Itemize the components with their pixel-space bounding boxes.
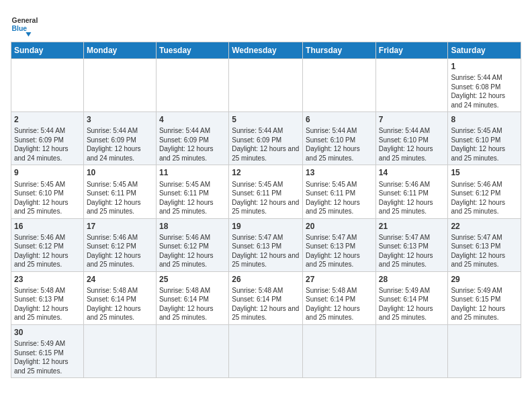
day-info: Sunrise: 5:49 AM Sunset: 6:15 PM Dayligh…: [451, 286, 518, 322]
calendar-week-row: 1Sunrise: 5:44 AM Sunset: 6:08 PM Daylig…: [11, 59, 521, 112]
day-number: 22: [451, 221, 518, 232]
day-number: 1: [451, 61, 518, 72]
day-info: Sunrise: 5:44 AM Sunset: 6:09 PM Dayligh…: [14, 126, 81, 163]
calendar-cell: 10Sunrise: 5:45 AM Sunset: 6:11 PM Dayli…: [83, 165, 156, 218]
day-info: Sunrise: 5:45 AM Sunset: 6:10 PM Dayligh…: [14, 180, 81, 216]
calendar-cell: [375, 324, 448, 377]
calendar-cell: [375, 59, 448, 112]
calendar-cell: 24Sunrise: 5:48 AM Sunset: 6:14 PM Dayli…: [83, 271, 156, 324]
day-number: 30: [14, 327, 81, 338]
day-number: 5: [232, 114, 300, 125]
calendar-week-row: 16Sunrise: 5:46 AM Sunset: 6:12 PM Dayli…: [11, 218, 521, 271]
day-number: 2: [14, 114, 81, 125]
day-info: Sunrise: 5:44 AM Sunset: 6:09 PM Dayligh…: [232, 126, 300, 163]
calendar-cell: 11Sunrise: 5:45 AM Sunset: 6:11 PM Dayli…: [156, 165, 228, 218]
calendar-cell: 16Sunrise: 5:46 AM Sunset: 6:12 PM Dayli…: [11, 218, 84, 271]
day-number: 19: [232, 221, 300, 232]
day-info: Sunrise: 5:48 AM Sunset: 6:14 PM Dayligh…: [87, 286, 153, 322]
calendar-cell: 26Sunrise: 5:48 AM Sunset: 6:14 PM Dayli…: [229, 271, 303, 324]
calendar-cell: [303, 324, 376, 377]
day-info: Sunrise: 5:48 AM Sunset: 6:14 PM Dayligh…: [159, 286, 226, 322]
day-number: 21: [379, 221, 445, 232]
calendar-cell: [83, 59, 156, 112]
day-number: 7: [379, 114, 445, 125]
day-info: Sunrise: 5:46 AM Sunset: 6:12 PM Dayligh…: [159, 233, 226, 269]
calendar-cell: 30Sunrise: 5:49 AM Sunset: 6:15 PM Dayli…: [11, 324, 84, 377]
calendar-cell: 21Sunrise: 5:47 AM Sunset: 6:13 PM Dayli…: [375, 218, 448, 271]
calendar-cell: [229, 59, 303, 112]
calendar-cell: 13Sunrise: 5:45 AM Sunset: 6:11 PM Dayli…: [303, 165, 376, 218]
calendar-week-row: 2Sunrise: 5:44 AM Sunset: 6:09 PM Daylig…: [11, 112, 521, 165]
day-number: 14: [379, 167, 445, 178]
day-number: 28: [379, 274, 445, 285]
day-number: 9: [14, 167, 81, 178]
day-number: 27: [306, 274, 373, 285]
calendar-header-thursday: Thursday: [303, 42, 376, 59]
calendar-cell: 12Sunrise: 5:45 AM Sunset: 6:11 PM Dayli…: [229, 165, 303, 218]
calendar-cell: 15Sunrise: 5:46 AM Sunset: 6:12 PM Dayli…: [448, 165, 521, 218]
day-info: Sunrise: 5:46 AM Sunset: 6:12 PM Dayligh…: [451, 180, 518, 216]
calendar-cell: 6Sunrise: 5:44 AM Sunset: 6:10 PM Daylig…: [303, 112, 376, 165]
calendar-week-row: 9Sunrise: 5:45 AM Sunset: 6:10 PM Daylig…: [11, 165, 521, 218]
calendar-cell: 29Sunrise: 5:49 AM Sunset: 6:15 PM Dayli…: [448, 271, 521, 324]
svg-marker-2: [26, 32, 31, 36]
calendar-cell: 23Sunrise: 5:48 AM Sunset: 6:13 PM Dayli…: [11, 271, 84, 324]
day-info: Sunrise: 5:44 AM Sunset: 6:10 PM Dayligh…: [379, 126, 445, 163]
day-number: 20: [306, 221, 373, 232]
day-number: 10: [87, 167, 153, 178]
day-info: Sunrise: 5:48 AM Sunset: 6:14 PM Dayligh…: [232, 286, 300, 322]
calendar-header-friday: Friday: [375, 42, 448, 59]
calendar-cell: 27Sunrise: 5:48 AM Sunset: 6:14 PM Dayli…: [303, 271, 376, 324]
calendar-cell: 1Sunrise: 5:44 AM Sunset: 6:08 PM Daylig…: [448, 59, 521, 112]
day-number: 13: [306, 167, 373, 178]
calendar-header-row: SundayMondayTuesdayWednesdayThursdayFrid…: [11, 42, 521, 59]
day-info: Sunrise: 5:44 AM Sunset: 6:09 PM Dayligh…: [87, 126, 153, 163]
calendar-cell: 9Sunrise: 5:45 AM Sunset: 6:10 PM Daylig…: [11, 165, 84, 218]
logo: General Blue: [11, 11, 38, 38]
generalblue-logo-icon: General Blue: [11, 11, 38, 38]
calendar-cell: [448, 324, 521, 377]
calendar-cell: 25Sunrise: 5:48 AM Sunset: 6:14 PM Dayli…: [156, 271, 228, 324]
day-info: Sunrise: 5:46 AM Sunset: 6:11 PM Dayligh…: [379, 180, 445, 216]
calendar-cell: [156, 59, 228, 112]
calendar-header-wednesday: Wednesday: [229, 42, 303, 59]
day-info: Sunrise: 5:45 AM Sunset: 6:10 PM Dayligh…: [451, 126, 518, 163]
day-info: Sunrise: 5:44 AM Sunset: 6:08 PM Dayligh…: [451, 73, 518, 109]
calendar-cell: 20Sunrise: 5:47 AM Sunset: 6:13 PM Dayli…: [303, 218, 376, 271]
calendar-cell: 19Sunrise: 5:47 AM Sunset: 6:13 PM Dayli…: [229, 218, 303, 271]
calendar-cell: [11, 59, 84, 112]
calendar-cell: 2Sunrise: 5:44 AM Sunset: 6:09 PM Daylig…: [11, 112, 84, 165]
day-info: Sunrise: 5:48 AM Sunset: 6:13 PM Dayligh…: [14, 286, 81, 322]
day-number: 17: [87, 221, 153, 232]
day-number: 29: [451, 274, 518, 285]
calendar-table: SundayMondayTuesdayWednesdayThursdayFrid…: [11, 42, 521, 378]
day-info: Sunrise: 5:45 AM Sunset: 6:11 PM Dayligh…: [232, 180, 300, 216]
day-info: Sunrise: 5:44 AM Sunset: 6:10 PM Dayligh…: [306, 126, 373, 163]
day-info: Sunrise: 5:45 AM Sunset: 6:11 PM Dayligh…: [306, 180, 373, 216]
day-info: Sunrise: 5:47 AM Sunset: 6:13 PM Dayligh…: [379, 233, 445, 269]
calendar-cell: 3Sunrise: 5:44 AM Sunset: 6:09 PM Daylig…: [83, 112, 156, 165]
day-info: Sunrise: 5:46 AM Sunset: 6:12 PM Dayligh…: [87, 233, 153, 269]
day-info: Sunrise: 5:49 AM Sunset: 6:14 PM Dayligh…: [379, 286, 445, 322]
calendar-cell: 7Sunrise: 5:44 AM Sunset: 6:10 PM Daylig…: [375, 112, 448, 165]
day-info: Sunrise: 5:47 AM Sunset: 6:13 PM Dayligh…: [232, 233, 300, 269]
day-number: 24: [87, 274, 153, 285]
day-info: Sunrise: 5:47 AM Sunset: 6:13 PM Dayligh…: [306, 233, 373, 269]
calendar-header-sunday: Sunday: [11, 42, 84, 59]
calendar-cell: 5Sunrise: 5:44 AM Sunset: 6:09 PM Daylig…: [229, 112, 303, 165]
day-number: 25: [159, 274, 226, 285]
calendar-cell: [229, 324, 303, 377]
day-number: 12: [232, 167, 300, 178]
day-info: Sunrise: 5:45 AM Sunset: 6:11 PM Dayligh…: [87, 180, 153, 216]
calendar-header-monday: Monday: [83, 42, 156, 59]
calendar-week-row: 30Sunrise: 5:49 AM Sunset: 6:15 PM Dayli…: [11, 324, 521, 377]
day-number: 11: [159, 167, 226, 178]
day-number: 16: [14, 221, 81, 232]
day-number: 4: [159, 114, 226, 125]
day-number: 26: [232, 274, 300, 285]
day-number: 23: [14, 274, 81, 285]
calendar-cell: 4Sunrise: 5:44 AM Sunset: 6:09 PM Daylig…: [156, 112, 228, 165]
calendar-cell: 14Sunrise: 5:46 AM Sunset: 6:11 PM Dayli…: [375, 165, 448, 218]
calendar-cell: [303, 59, 376, 112]
calendar-week-row: 23Sunrise: 5:48 AM Sunset: 6:13 PM Dayli…: [11, 271, 521, 324]
